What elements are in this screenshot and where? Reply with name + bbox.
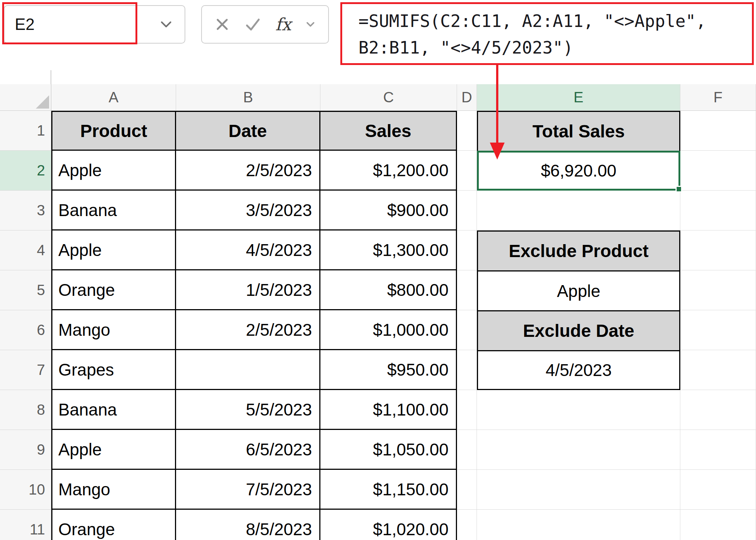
cell-D7[interactable] [457,350,477,390]
cell-C3[interactable]: $900.00 [320,191,457,230]
cell-F7[interactable] [680,350,756,390]
cell-A9[interactable]: Apple [51,430,176,470]
cell-A10[interactable]: Mango [51,470,176,510]
cell-A4[interactable]: Apple [51,230,176,270]
column-header-C[interactable]: C [320,84,457,111]
formula-line-1: =SUMIFS(C2:C11, A2:A11, "<>Apple", [358,8,752,34]
cell-E9[interactable] [477,430,680,470]
cell-B7[interactable] [176,350,320,390]
cell-D11[interactable] [457,510,477,540]
cell-D9[interactable] [457,430,477,470]
cell-F8[interactable] [680,390,756,430]
formula-line-2: B2:B11, "<>4/5/2023") [358,34,752,61]
formula-options-dropdown-icon[interactable] [305,18,316,30]
cell-F3[interactable] [680,191,756,230]
cell-D8[interactable] [457,390,477,430]
column-header-E[interactable]: E [477,84,680,111]
formula-bar-chrome: E2 fx =SUMIFS(C2:C11, A2:A11, "<>Apple",… [0,0,756,69]
row-header-4[interactable]: 4 [0,230,51,270]
spreadsheet-grid: A B C D E F 1 Product Date Sales Total S… [0,84,756,540]
cell-D10[interactable] [457,470,477,510]
name-box-dropdown-icon[interactable] [158,16,174,33]
cell-B5[interactable]: 1/5/2023 [176,270,320,310]
column-header-F[interactable]: F [680,84,756,111]
row-header-1[interactable]: 1 [0,111,51,151]
row-header-2[interactable]: 2 [0,151,51,191]
select-all-triangle-icon [36,95,49,109]
enter-check-icon[interactable] [244,16,262,33]
insert-function-icon[interactable]: fx [275,16,291,33]
cell-F5[interactable] [680,270,756,310]
cell-A1[interactable]: Product [51,111,176,151]
row-header-3[interactable]: 3 [0,191,51,230]
cell-A7[interactable]: Grapes [51,350,176,390]
cell-E1[interactable]: Total Sales [477,111,680,151]
cell-C1[interactable]: Sales [320,111,457,151]
cell-E5[interactable]: Apple [477,270,680,310]
cell-C11[interactable]: $1,020.00 [320,510,457,540]
cell-A2[interactable]: Apple [51,151,176,191]
cell-E11[interactable] [477,510,680,540]
cell-E7[interactable]: 4/5/2023 [477,350,680,390]
cell-E3[interactable] [477,191,680,230]
cell-D3[interactable] [457,191,477,230]
cell-C10[interactable]: $1,150.00 [320,470,457,510]
cell-F10[interactable] [680,470,756,510]
select-all-button[interactable] [0,84,51,111]
cell-D5[interactable] [457,270,477,310]
gutter-edge-tick [51,70,51,84]
row-header-6[interactable]: 6 [0,310,51,350]
row-header-10[interactable]: 10 [0,470,51,510]
cell-E2-value: $6,920.00 [541,161,616,181]
cell-D6[interactable] [457,310,477,350]
cell-E10[interactable] [477,470,680,510]
cell-A3[interactable]: Banana [51,191,176,230]
cell-D1[interactable] [457,111,477,151]
column-header-B[interactable]: B [176,84,320,111]
row-header-11[interactable]: 11 [0,510,51,540]
cell-C7[interactable]: $950.00 [320,350,457,390]
cell-F1[interactable] [680,111,756,151]
formula-input[interactable]: =SUMIFS(C2:C11, A2:A11, "<>Apple", B2:B1… [340,2,754,65]
cell-F6[interactable] [680,310,756,350]
formula-bar-buttons: fx [201,5,329,44]
cell-C2[interactable]: $1,200.00 [320,151,457,191]
row-header-8[interactable]: 8 [0,390,51,430]
cell-D4[interactable] [457,230,477,270]
cell-B8[interactable]: 5/5/2023 [176,390,320,430]
column-header-A[interactable]: A [51,84,176,111]
cancel-icon[interactable] [214,16,231,33]
cell-F2[interactable] [680,151,756,191]
cell-B1[interactable]: Date [176,111,320,151]
column-header-D[interactable]: D [457,84,477,111]
cell-F4[interactable] [680,230,756,270]
cell-B2[interactable]: 2/5/2023 [176,151,320,191]
cell-A5[interactable]: Orange [51,270,176,310]
cell-C4[interactable]: $1,300.00 [320,230,457,270]
cell-A11[interactable]: Orange [51,510,176,540]
name-box[interactable]: E2 [4,5,185,44]
cell-E6[interactable]: Exclude Date [477,310,680,350]
cell-B6[interactable]: 2/5/2023 [176,310,320,350]
row-header-9[interactable]: 9 [0,430,51,470]
cell-C5[interactable]: $800.00 [320,270,457,310]
cell-B11[interactable]: 8/5/2023 [176,510,320,540]
cell-E2-selected[interactable]: $6,920.00 [477,151,680,191]
row-header-5[interactable]: 5 [0,270,51,310]
cell-B10[interactable]: 7/5/2023 [176,470,320,510]
cell-B4[interactable]: 4/5/2023 [176,230,320,270]
fill-handle[interactable] [676,186,682,192]
cell-A8[interactable]: Banana [51,390,176,430]
cell-A6[interactable]: Mango [51,310,176,350]
row-header-7[interactable]: 7 [0,350,51,390]
cell-B9[interactable]: 6/5/2023 [176,430,320,470]
cell-D2[interactable] [457,151,477,191]
cell-E8[interactable] [477,390,680,430]
cell-F11[interactable] [680,510,756,540]
cell-E4[interactable]: Exclude Product [477,230,680,270]
cell-B3[interactable]: 3/5/2023 [176,191,320,230]
cell-C8[interactable]: $1,100.00 [320,390,457,430]
cell-C6[interactable]: $1,000.00 [320,310,457,350]
cell-F9[interactable] [680,430,756,470]
cell-C9[interactable]: $1,050.00 [320,430,457,470]
